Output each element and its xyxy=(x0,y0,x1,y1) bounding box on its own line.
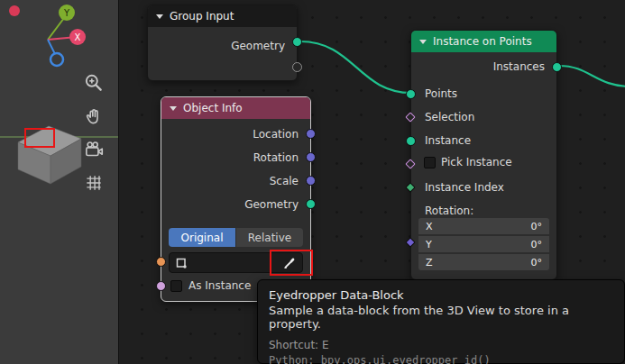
pick-instance-row: Pick Instance xyxy=(424,156,512,168)
group-input-header[interactable]: Group Input xyxy=(148,5,297,27)
socket-scale-output[interactable] xyxy=(306,176,316,186)
navigation-gizmo[interactable]: Y X xyxy=(0,0,118,72)
gizmo-axis-ball-red[interactable] xyxy=(9,5,20,16)
transform-space-toggle: Original Relative xyxy=(169,228,303,247)
axis-value: 0° xyxy=(531,239,543,250)
socket-instances-output[interactable] xyxy=(552,62,562,72)
eyedropper-tooltip: Eyedropper Data-Block Sample a data-bloc… xyxy=(257,279,625,364)
socket-points-input[interactable] xyxy=(406,89,416,99)
rotation-z-field[interactable]: Z 0° xyxy=(418,254,549,270)
gizmo-axis-ball-x[interactable]: X xyxy=(69,29,86,45)
original-button[interactable]: Original xyxy=(169,228,235,247)
output-label-rotation: Rotation xyxy=(253,150,299,165)
input-label-instance: Instance xyxy=(425,133,471,148)
tooltip-title: Eyedropper Data-Block xyxy=(269,288,613,302)
axis-label: Y xyxy=(426,239,432,250)
axis-value: 0° xyxy=(531,257,543,268)
rotation-y-field[interactable]: Y 0° xyxy=(418,236,549,252)
zoom-icon[interactable] xyxy=(83,72,105,94)
3d-viewport[interactable]: Y X xyxy=(0,0,118,364)
output-label-location: Location xyxy=(253,127,299,141)
socket-rotation-output[interactable] xyxy=(306,152,316,162)
gizmo-y-label: Y xyxy=(63,8,70,18)
pick-instance-checkbox[interactable] xyxy=(424,157,436,168)
cube-highlight-box xyxy=(24,128,55,148)
socket-object-input[interactable] xyxy=(156,257,166,267)
blender-window: Y X xyxy=(0,0,625,364)
tooltip-shortcut: Shortcut: E xyxy=(269,339,613,351)
output-label-geometry: Geometry xyxy=(231,39,285,53)
input-label-selection: Selection xyxy=(425,110,474,124)
socket-instance-input[interactable] xyxy=(406,136,416,146)
node-title: Group Input xyxy=(170,10,234,23)
object-data-icon[interactable] xyxy=(170,257,193,269)
gizmo-axis-ball-y[interactable]: Y xyxy=(59,5,75,21)
tooltip-description: Sample a data-block from the 3D View to … xyxy=(269,304,613,331)
output-label-instances: Instances xyxy=(493,59,545,74)
socket-location-output[interactable] xyxy=(306,129,316,139)
output-label-geometry: Geometry xyxy=(244,197,299,212)
object-info-header[interactable]: Object Info xyxy=(161,97,310,119)
node-title: Instance on Points xyxy=(433,35,532,48)
collapse-chevron-icon[interactable] xyxy=(419,40,427,44)
gizmo-x-label: X xyxy=(75,32,81,42)
axis-value: 0° xyxy=(531,221,543,232)
as-instance-checkbox[interactable] xyxy=(170,280,182,292)
node-group-input[interactable]: Group Input Geometry xyxy=(147,5,298,81)
gizmo-axis-ball-z[interactable] xyxy=(51,53,63,66)
as-instance-row: As Instance xyxy=(170,279,251,292)
output-label-scale: Scale xyxy=(270,174,299,188)
eyedropper-highlight-box xyxy=(270,250,313,276)
collapse-chevron-icon[interactable] xyxy=(170,106,177,111)
socket-geometry-output[interactable] xyxy=(292,37,302,47)
collapse-chevron-icon[interactable] xyxy=(156,14,163,19)
socket-geometry-output[interactable] xyxy=(306,199,316,209)
relative-button[interactable]: Relative xyxy=(236,228,303,247)
axis-label: X xyxy=(426,221,433,232)
rotation-x-field[interactable]: X 0° xyxy=(418,218,549,234)
node-instance-on-points[interactable]: Instance on Points Instances Points Sele… xyxy=(410,30,557,280)
socket-as-instance-input[interactable] xyxy=(156,281,166,291)
pick-instance-label: Pick Instance xyxy=(441,156,512,168)
as-instance-label: As Instance xyxy=(188,279,251,292)
input-label-instance-index: Instance Index xyxy=(425,180,504,195)
rotation-section-label: Rotation: xyxy=(425,204,473,218)
input-label-points: Points xyxy=(425,86,457,101)
socket-virtual-output[interactable] xyxy=(292,62,302,72)
axis-label: Z xyxy=(426,257,433,268)
instance-on-points-header[interactable]: Instance on Points xyxy=(411,31,556,52)
node-title: Object Info xyxy=(183,102,243,114)
tooltip-python: Python: bpy.ops.ui.eyedropper_id() xyxy=(269,354,613,364)
